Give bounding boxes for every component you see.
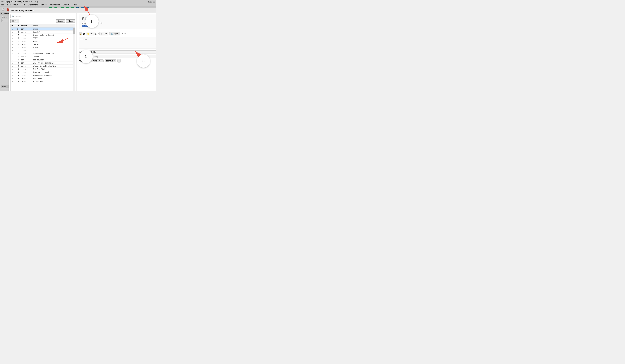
description-text: oop task. <box>80 38 87 40</box>
keywords-container: psychology ✕ cognitive ✕ + <box>90 59 121 62</box>
star-label: Star <box>90 33 93 35</box>
sort-button[interactable]: Sort... <box>56 19 65 23</box>
visibility-label: Visibility: <box>79 51 89 53</box>
lock-icon: 🔒 <box>79 32 82 35</box>
keyword-psychology-remove[interactable]: ✕ <box>101 60 102 62</box>
date-label: 18 July <box>121 33 126 35</box>
status-label: Status: <box>79 56 89 58</box>
col-header-name: Name <box>32 25 75 27</box>
list-item[interactable]: ☆ 1 demos Corsi <box>11 49 75 52</box>
col-header-author: Author <box>20 25 32 27</box>
dialog-titlebar: Search for projects online × <box>9 8 156 13</box>
sync-label: Sync <box>114 33 118 35</box>
fork-button[interactable]: 🍴 Fork <box>99 32 108 35</box>
star-icon: ⭐ <box>87 33 89 35</box>
status-row: Status: Running ▼ <box>79 55 156 58</box>
list-item[interactable]: ☆ 9 demos OpenIAT <box>11 30 75 34</box>
project-actions: 🔒 24 ⭐ Star 249 🍴 Fork 🔄 Sync 18 July <box>79 32 156 35</box>
list-item[interactable]: ☆ 0 demos jsPsych_SimpleReactionTime <box>11 64 75 68</box>
list-body[interactable]: ☆ 14 demos stroop ☆ 9 demos OpenIAT ☆ 7 … <box>11 28 75 91</box>
keywords-row: Keywords: psychology ✕ cognitive ✕ + <box>79 59 156 62</box>
dialog-left-pane: 🔍 Me Sort... Filter... ★ # Author N <box>9 13 77 91</box>
filter-bar: Me Sort... Filter... <box>10 19 75 23</box>
search-input[interactable] <box>15 15 74 17</box>
list-item[interactable]: ☆ 0 demos labjs_stroop <box>11 77 75 80</box>
col-header-star: ★ <box>11 25 15 27</box>
search-icon: 🔍 <box>12 15 14 17</box>
list-item[interactable]: ☆ 2 demos SimpleRTT <box>11 55 75 58</box>
star-count-label: 24 <box>83 33 85 35</box>
me-label: Me <box>15 20 18 22</box>
visibility-row: Visibility: Public ▼ <box>79 50 156 54</box>
list-item[interactable]: ☆ 0 demos stroopManualResources <box>11 74 75 77</box>
project-link[interactable]: demos/stroop <box>82 25 156 27</box>
star-button[interactable]: ⭐ Star <box>86 32 94 35</box>
list-item[interactable]: ☆ 5 demos BART <box>11 37 75 40</box>
keyword-psychology-text: psychology <box>92 60 100 62</box>
search-dialog: Search for projects online × 🔍 Me Sort..… <box>9 8 156 91</box>
scrollbar-thumb[interactable] <box>73 28 75 34</box>
list-header: ★ # Author Name <box>11 24 75 28</box>
filter-button[interactable]: Filter... <box>66 19 75 23</box>
sync-button[interactable]: 🔄 Sync <box>109 32 120 35</box>
visibility-value: Public <box>91 51 96 53</box>
search-box[interactable]: 🔍 <box>10 14 75 18</box>
keyword-cognitive: cognitive ✕ <box>105 60 116 62</box>
list-scrollbar[interactable] <box>73 28 75 91</box>
list-item[interactable]: ☆ 0 demos NumericalStroop <box>11 80 75 83</box>
keyword-cognitive-text: cognitive <box>106 60 113 62</box>
status-dropdown[interactable]: Running ▼ <box>90 55 156 58</box>
dialog-body: 🔍 Me Sort... Filter... ★ # Author N <box>9 13 156 91</box>
visibility-dropdown[interactable]: Public ▼ <box>90 50 156 54</box>
list-item[interactable]: ☆ 4 demos The Attention Network Task <box>11 52 75 55</box>
keyword-psychology: psychology ✕ <box>90 60 104 62</box>
sync-icon: 🔄 <box>111 33 113 35</box>
keywords-label: Keywords: <box>79 60 89 62</box>
keyword-add-button[interactable]: + <box>117 59 121 62</box>
list-item[interactable]: ☆ 3 demos Posner <box>11 46 75 49</box>
list-item[interactable]: ☆ 0 demos Digit Span Task <box>11 68 75 71</box>
dialog-title: Search for projects online <box>10 9 34 12</box>
project-author: by demos on 16 July 2018 <box>82 22 156 24</box>
dialog-right-pane: Stroop by demos on 16 July 2018 demos/st… <box>77 13 156 91</box>
fork-label: Fork <box>104 33 107 35</box>
list-item[interactable]: ☆ 0 demos demo_eye_tracking2 <box>11 71 75 74</box>
fork-count-label: 249 <box>95 33 98 35</box>
project-title-box: Stroop by demos on 16 July 2018 demos/st… <box>79 14 156 29</box>
description-box: oop task. <box>79 37 156 49</box>
project-title: Stroop <box>82 16 156 21</box>
list-item[interactable]: ☆ 3 demos GlasgowFaceMatchingTask <box>11 61 75 64</box>
me-filter-button[interactable]: Me <box>10 19 19 23</box>
project-list: ★ # Author Name ☆ 14 demos stroop ☆ 9 de… <box>10 24 75 91</box>
list-item[interactable]: ☆ 14 demos stroop <box>11 28 75 30</box>
list-item[interactable]: ☆ 3 demos blockedStroop <box>11 58 75 61</box>
list-item[interactable]: ☆ 5 demos textInput <box>11 40 75 43</box>
col-header-num: # <box>15 25 20 27</box>
status-value: Running <box>91 56 98 58</box>
list-item[interactable]: ☆ 7 demos dynamic_selective_inspect <box>11 34 75 37</box>
fork-icon: 🍴 <box>101 33 103 35</box>
me-icon <box>12 20 14 22</box>
keyword-cognitive-remove[interactable]: ✕ <box>114 60 115 62</box>
list-item[interactable]: ☆ 9 demos choiceRTT <box>11 43 75 46</box>
